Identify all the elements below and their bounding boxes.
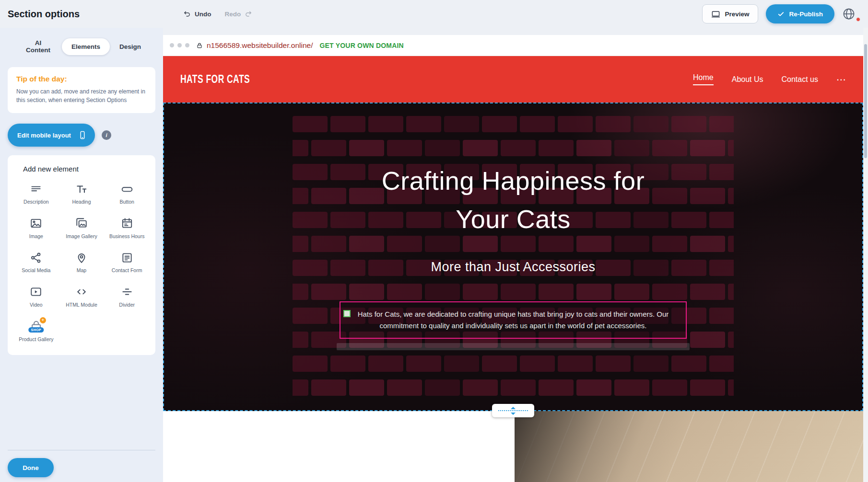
footer-divider — [8, 450, 155, 450]
tip-of-the-day-card: Tip of the day: Now you can add, move an… — [8, 67, 155, 113]
video-icon — [30, 286, 42, 298]
section-height-resize-handle[interactable] — [492, 404, 534, 417]
image-icon — [30, 217, 42, 230]
element-item-description[interactable]: Description — [13, 183, 59, 206]
contact-form-icon — [121, 251, 133, 264]
arrow-down-icon — [511, 413, 516, 415]
shop-badge: SHOP — [29, 327, 44, 333]
element-item-contact-form[interactable]: Contact Form — [104, 251, 150, 274]
business-hours-icon — [121, 217, 133, 230]
product-gallery-icon: SHOP + — [30, 320, 43, 333]
element-item-map[interactable]: Map — [59, 251, 105, 274]
element-resize-handle[interactable] — [343, 310, 351, 317]
description-icon — [30, 183, 42, 195]
lock-icon — [196, 42, 203, 49]
element-item-image-gallery[interactable]: Image Gallery — [59, 217, 105, 240]
info-icon[interactable]: i — [102, 130, 111, 140]
language-globe-button[interactable] — [842, 4, 861, 23]
element-item-button[interactable]: Button — [104, 183, 150, 206]
sidebar-footer: Done — [0, 450, 163, 482]
tab-design[interactable]: Design — [110, 38, 151, 55]
browser-bar: n1566589.websitebuilder.online/ GET YOUR… — [163, 35, 863, 56]
nav-home[interactable]: Home — [693, 73, 714, 85]
element-label: Button — [119, 199, 134, 206]
site-url[interactable]: n1566589.websitebuilder.online/ — [207, 41, 313, 50]
tip-body: Now you can add, move and resize any ele… — [16, 87, 147, 104]
get-domain-link[interactable]: GET YOUR OWN DOMAIN — [319, 42, 403, 49]
edit-mobile-layout-label: Edit mobile layout — [17, 132, 71, 139]
site-nav: Home About Us Contact us ⋯ — [693, 73, 846, 85]
tab-ai-content[interactable]: AI Content — [14, 34, 62, 58]
element-label: Image — [29, 233, 43, 240]
vertical-scrollbar[interactable] — [863, 28, 868, 482]
map-icon — [75, 251, 88, 264]
undo-button[interactable]: Undo — [183, 10, 211, 18]
hero-content: Crafting Happiness for Your Cats More th… — [164, 103, 862, 410]
element-label: Divider — [119, 302, 135, 309]
hero-heading[interactable]: Crafting Happiness for Your Cats — [355, 162, 671, 239]
image-gallery-icon — [75, 217, 88, 230]
nav-about-us[interactable]: About Us — [732, 75, 763, 84]
republish-button[interactable]: Re-Publish — [766, 4, 834, 23]
window-dot — [177, 43, 182, 47]
tip-title: Tip of the day: — [16, 75, 147, 83]
sidebar-tabs: AI Content Elements Design — [0, 28, 163, 60]
tab-elements[interactable]: Elements — [62, 38, 110, 55]
hero-section-selected[interactable]: Crafting Happiness for Your Cats More th… — [163, 103, 863, 411]
next-section-blank — [163, 411, 515, 482]
html-module-icon — [75, 286, 88, 298]
element-item-social-media[interactable]: Social Media — [13, 251, 59, 274]
element-item-business-hours[interactable]: Business Hours — [104, 217, 150, 240]
redo-icon — [244, 10, 252, 18]
element-grid: Description Heading Button — [13, 183, 150, 343]
element-label: Contact Form — [112, 267, 142, 274]
undo-label: Undo — [195, 11, 211, 18]
hero-paragraph-selected[interactable]: Hats for Cats, we are dedicated to craft… — [340, 301, 687, 339]
preview-label: Preview — [725, 11, 749, 18]
element-label: Description — [23, 199, 49, 206]
scrollbar-thumb[interactable] — [864, 44, 867, 158]
hero-subheading[interactable]: More than Just Accessories — [431, 260, 595, 275]
edit-mobile-layout-button[interactable]: Edit mobile layout — [8, 124, 95, 147]
site-logo[interactable]: HATS FOR CATS — [180, 73, 250, 86]
phone-icon — [78, 130, 87, 140]
element-item-product-gallery[interactable]: SHOP + Product Gallery — [13, 320, 59, 343]
dotted-resize-line — [498, 410, 528, 411]
page-title: Section options — [8, 0, 80, 28]
redo-label: Redo — [225, 11, 241, 18]
next-section-preview — [163, 411, 863, 482]
element-item-html-module[interactable]: HTML Module — [59, 286, 105, 309]
site-header: HATS FOR CATS Home About Us Contact us ⋯ — [163, 56, 863, 103]
ground-photo — [515, 411, 863, 482]
element-item-heading[interactable]: Heading — [59, 183, 105, 206]
element-label: Product Gallery — [19, 336, 53, 343]
element-placeholder-strip — [337, 343, 690, 350]
mobile-layout-row: Edit mobile layout i — [8, 124, 155, 147]
add-element-title: Add new element — [13, 165, 150, 173]
section-options-sidebar: AI Content Elements Design Tip of the da… — [0, 28, 163, 482]
history-controls: Undo Redo — [183, 0, 252, 28]
element-label: Business Hours — [109, 233, 145, 240]
element-item-image[interactable]: Image — [13, 217, 59, 240]
element-label: Map — [77, 267, 86, 274]
nav-more-button[interactable]: ⋯ — [836, 74, 846, 85]
redo-button[interactable]: Redo — [225, 10, 253, 18]
button-icon — [121, 183, 133, 195]
element-label: Heading — [72, 199, 91, 206]
element-item-divider[interactable]: Divider — [104, 286, 150, 309]
window-control-dots — [170, 43, 189, 47]
divider-icon — [121, 286, 133, 298]
undo-icon — [183, 10, 191, 18]
topbar-actions: Preview Re-Publish — [702, 0, 861, 28]
hero-paragraph-text: Hats for Cats, we are dedicated to craft… — [352, 309, 674, 332]
editor-canvas: n1566589.websitebuilder.online/ GET YOUR… — [163, 35, 863, 482]
done-button[interactable]: Done — [8, 458, 54, 477]
check-icon — [777, 11, 785, 18]
preview-button[interactable]: Preview — [702, 4, 758, 23]
social-media-icon — [30, 251, 42, 264]
nav-contact-us[interactable]: Contact us — [782, 75, 818, 84]
element-label: Image Gallery — [66, 233, 97, 240]
window-dot — [170, 43, 174, 47]
new-feature-badge: + — [40, 317, 46, 323]
element-item-video[interactable]: Video — [13, 286, 59, 309]
